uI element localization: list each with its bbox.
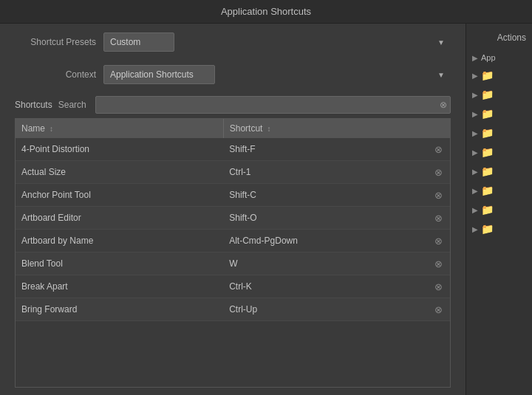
context-row: Context Application Shortcuts Tool Short… bbox=[0, 56, 466, 89]
search-input[interactable] bbox=[95, 96, 451, 114]
table-row: Break ApartCtrl-K⊗ bbox=[16, 275, 450, 298]
folder-icon-7: 📁 bbox=[481, 185, 494, 196]
search-clear-button[interactable]: ⊗ bbox=[440, 100, 447, 109]
action-item-4[interactable]: ▶ 📁 bbox=[469, 124, 529, 142]
cell-name-5: Blend Tool bbox=[16, 253, 223, 275]
column-header-name[interactable]: Name ↕ bbox=[16, 119, 223, 138]
remove-shortcut-button-4[interactable]: ⊗ bbox=[433, 236, 444, 246]
shortcut-value-2: Shift-C bbox=[229, 190, 256, 200]
presets-row: Shortcut Presets Custom Default Photosho… bbox=[0, 24, 466, 56]
context-select[interactable]: Application Shortcuts Tool Shortcuts Tex… bbox=[103, 65, 215, 84]
cell-shortcut-5: W⊗ bbox=[223, 253, 450, 275]
search-row: Shortcuts Search ⊗ bbox=[0, 89, 466, 118]
cell-name-3: Artboard Editor bbox=[16, 207, 223, 230]
folder-icon-8: 📁 bbox=[481, 204, 494, 216]
action-item-2[interactable]: ▶ 📁 bbox=[469, 86, 529, 103]
action-item-3[interactable]: ▶ 📁 bbox=[469, 105, 529, 123]
folder-icon-5: 📁 bbox=[481, 146, 494, 158]
cell-shortcut-2: Shift-C⊗ bbox=[223, 184, 450, 207]
action-arrow-icon: ▶ bbox=[472, 54, 478, 62]
shortcut-sort-icon: ↕ bbox=[267, 125, 270, 133]
actions-header: Actions bbox=[469, 30, 529, 49]
action-item-app[interactable]: ▶ App bbox=[469, 50, 529, 65]
remove-shortcut-button-3[interactable]: ⊗ bbox=[433, 213, 444, 223]
shortcut-value-5: W bbox=[229, 258, 237, 269]
action-item-9[interactable]: ▶ 📁 bbox=[469, 220, 529, 238]
action-item-7[interactable]: ▶ 📁 bbox=[469, 182, 529, 199]
cell-shortcut-7: Ctrl-Up⊗ bbox=[223, 298, 450, 321]
action-arrow-icon-3: ▶ bbox=[472, 110, 478, 118]
table-row: Actual SizeCtrl-1⊗ bbox=[16, 161, 450, 184]
presets-label: Shortcut Presets bbox=[15, 37, 103, 47]
cell-name-1: Actual Size bbox=[16, 161, 223, 184]
context-label: Context bbox=[15, 69, 103, 80]
cell-shortcut-0: Shift-F⊗ bbox=[223, 138, 450, 161]
shortcuts-table[interactable]: Name ↕ Shortcut ↕ 4-Point Disto bbox=[15, 118, 451, 388]
window-title: Application Shortcuts bbox=[221, 6, 311, 17]
context-chevron-icon: ▼ bbox=[437, 71, 445, 79]
cell-shortcut-6: Ctrl-K⊗ bbox=[223, 275, 450, 298]
table-row: Artboard by NameAlt-Cmd-PgDown⊗ bbox=[16, 230, 450, 253]
remove-shortcut-button-2[interactable]: ⊗ bbox=[433, 190, 444, 200]
shortcut-value-6: Ctrl-K bbox=[229, 281, 252, 292]
folder-icon-3: 📁 bbox=[481, 108, 494, 120]
action-arrow-icon-4: ▶ bbox=[472, 129, 478, 137]
shortcut-value-3: Shift-O bbox=[229, 213, 256, 223]
cell-name-2: Anchor Point Tool bbox=[16, 184, 223, 207]
action-item-8[interactable]: ▶ 📁 bbox=[469, 201, 529, 219]
table-row: Blend ToolW⊗ bbox=[16, 253, 450, 275]
search-input-wrapper: ⊗ bbox=[95, 96, 451, 114]
column-header-shortcut[interactable]: Shortcut ↕ bbox=[223, 119, 450, 138]
shortcuts-data-table: Name ↕ Shortcut ↕ 4-Point Disto bbox=[16, 119, 450, 321]
cell-name-7: Bring Forward bbox=[16, 298, 223, 321]
search-label: Search bbox=[58, 100, 86, 110]
shortcut-value-4: Alt-Cmd-PgDown bbox=[229, 236, 298, 246]
title-bar: Application Shortcuts bbox=[0, 0, 532, 24]
action-arrow-icon-1: ▶ bbox=[472, 72, 478, 80]
context-select-wrapper: Application Shortcuts Tool Shortcuts Tex… bbox=[103, 65, 451, 84]
table-header-row: Name ↕ Shortcut ↕ bbox=[16, 119, 450, 138]
table-row: Anchor Point ToolShift-C⊗ bbox=[16, 184, 450, 207]
presets-chevron-icon: ▼ bbox=[437, 38, 445, 47]
folder-icon-6: 📁 bbox=[481, 165, 494, 177]
presets-select-wrapper: Custom Default Photoshop Illustrator ▼ bbox=[103, 32, 451, 52]
action-item-1[interactable]: ▶ 📁 bbox=[469, 66, 529, 84]
shortcuts-label: Shortcuts bbox=[15, 100, 52, 110]
remove-shortcut-button-6[interactable]: ⊗ bbox=[433, 282, 444, 292]
shortcut-value-1: Ctrl-1 bbox=[229, 167, 250, 177]
action-arrow-icon-8: ▶ bbox=[472, 206, 478, 214]
main-content: Shortcut Presets Custom Default Photosho… bbox=[0, 24, 532, 395]
folder-icon-4: 📁 bbox=[481, 127, 494, 139]
remove-shortcut-button-0[interactable]: ⊗ bbox=[433, 145, 444, 154]
action-arrow-icon-9: ▶ bbox=[472, 225, 478, 233]
folder-icon-1: 📁 bbox=[481, 69, 494, 81]
remove-shortcut-button-7[interactable]: ⊗ bbox=[433, 305, 444, 315]
cell-name-6: Break Apart bbox=[16, 275, 223, 298]
name-sort-icon: ↕ bbox=[50, 125, 53, 133]
cell-name-4: Artboard by Name bbox=[16, 230, 223, 253]
remove-shortcut-button-1[interactable]: ⊗ bbox=[433, 168, 444, 177]
action-arrow-icon-6: ▶ bbox=[472, 168, 478, 176]
action-item-6[interactable]: ▶ 📁 bbox=[469, 162, 529, 180]
presets-select[interactable]: Custom Default Photoshop Illustrator bbox=[103, 32, 174, 52]
cell-shortcut-1: Ctrl-1⊗ bbox=[223, 161, 450, 184]
table-row: Bring ForwardCtrl-Up⊗ bbox=[16, 298, 450, 321]
right-panel: Actions ▶ App ▶ 📁 ▶ 📁 ▶ 📁 ▶ 📁 ▶ 📁 ▶ bbox=[466, 24, 532, 395]
action-arrow-icon-2: ▶ bbox=[472, 91, 478, 99]
table-row: Artboard EditorShift-O⊗ bbox=[16, 207, 450, 230]
app-icon: App bbox=[481, 53, 496, 62]
cell-shortcut-3: Shift-O⊗ bbox=[223, 207, 450, 230]
table-row: 4-Point DistortionShift-F⊗ bbox=[16, 138, 450, 161]
cell-name-0: 4-Point Distortion bbox=[16, 138, 223, 161]
remove-shortcut-button-5[interactable]: ⊗ bbox=[433, 259, 444, 269]
action-item-5[interactable]: ▶ 📁 bbox=[469, 143, 529, 161]
action-arrow-icon-5: ▶ bbox=[472, 148, 478, 157]
folder-icon-9: 📁 bbox=[481, 223, 494, 235]
cell-shortcut-4: Alt-Cmd-PgDown⊗ bbox=[223, 230, 450, 253]
shortcut-value-7: Ctrl-Up bbox=[229, 304, 257, 315]
left-panel: Shortcut Presets Custom Default Photosho… bbox=[0, 24, 466, 395]
action-arrow-icon-7: ▶ bbox=[472, 187, 478, 195]
folder-icon-2: 📁 bbox=[481, 89, 494, 100]
shortcut-value-0: Shift-F bbox=[229, 144, 255, 154]
